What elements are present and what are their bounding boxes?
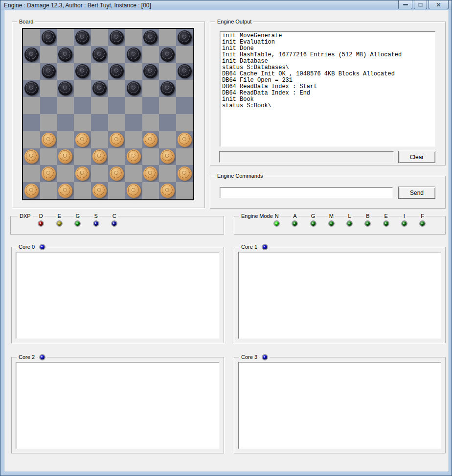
board-square[interactable] (40, 46, 57, 63)
board-square[interactable] (142, 114, 159, 131)
core-0-output[interactable] (16, 252, 220, 339)
board-square[interactable] (91, 80, 108, 97)
minimize-button[interactable] (398, 0, 412, 9)
white-piece[interactable] (92, 184, 107, 198)
board-square[interactable] (74, 148, 91, 166)
white-piece[interactable] (143, 133, 158, 147)
board-square[interactable] (91, 46, 108, 63)
board-square[interactable] (108, 46, 125, 63)
command-input[interactable] (220, 187, 393, 198)
board-square[interactable] (40, 131, 57, 148)
board-square[interactable] (40, 114, 57, 131)
white-piece[interactable] (127, 149, 141, 164)
board[interactable] (22, 28, 194, 200)
board-square[interactable] (159, 80, 176, 97)
board-square[interactable] (74, 131, 91, 148)
board-square[interactable] (125, 46, 142, 63)
board-square[interactable] (176, 148, 193, 166)
board-square[interactable] (57, 80, 74, 97)
board-square[interactable] (40, 63, 57, 80)
board-square[interactable] (23, 46, 40, 63)
board-square[interactable] (142, 80, 159, 97)
clear-button[interactable]: Clear (398, 151, 435, 163)
board-square[interactable] (108, 131, 125, 148)
board-square[interactable] (74, 29, 91, 46)
close-button[interactable]: ✕ (429, 0, 449, 9)
board-square[interactable] (142, 131, 159, 148)
board-square[interactable] (57, 182, 74, 199)
black-piece[interactable] (42, 64, 56, 78)
board-square[interactable] (125, 29, 142, 46)
black-piece[interactable] (160, 48, 175, 62)
board-square[interactable] (142, 97, 159, 114)
board-square[interactable] (125, 131, 142, 148)
board-square[interactable] (74, 97, 91, 114)
board-square[interactable] (125, 97, 142, 114)
board-square[interactable] (74, 63, 91, 80)
board-square[interactable] (23, 182, 40, 199)
board-square[interactable] (159, 182, 176, 199)
black-piece[interactable] (143, 30, 158, 45)
board-square[interactable] (74, 114, 91, 131)
board-square[interactable] (176, 131, 193, 148)
core-3-output[interactable] (238, 362, 441, 449)
board-square[interactable] (91, 114, 108, 131)
board-square[interactable] (176, 114, 193, 131)
board-square[interactable] (108, 148, 125, 166)
white-piece[interactable] (160, 149, 175, 164)
black-piece[interactable] (110, 64, 124, 78)
board-square[interactable] (159, 114, 176, 131)
board-square[interactable] (142, 63, 159, 80)
black-piece[interactable] (143, 64, 158, 78)
board-square[interactable] (125, 148, 142, 166)
board-square[interactable] (176, 29, 193, 46)
white-piece[interactable] (24, 184, 39, 198)
white-piece[interactable] (110, 133, 124, 147)
black-piece[interactable] (24, 48, 39, 62)
core-2-output[interactable] (16, 362, 220, 449)
board-square[interactable] (108, 29, 125, 46)
board-square[interactable] (142, 165, 159, 182)
board-square[interactable] (40, 148, 57, 166)
board-square[interactable] (57, 29, 74, 46)
board-square[interactable] (108, 182, 125, 199)
board-square[interactable] (176, 97, 193, 114)
board-square[interactable] (40, 165, 57, 182)
send-button[interactable]: Send (398, 187, 435, 199)
board-square[interactable] (176, 46, 193, 63)
white-piece[interactable] (58, 184, 72, 198)
maximize-button[interactable] (414, 0, 427, 9)
board-square[interactable] (23, 80, 40, 97)
white-piece[interactable] (92, 149, 107, 164)
board-square[interactable] (57, 165, 74, 182)
white-piece[interactable] (127, 184, 141, 198)
board-square[interactable] (159, 131, 176, 148)
core-1-output[interactable] (238, 252, 441, 339)
board-square[interactable] (23, 29, 40, 46)
black-piece[interactable] (178, 30, 192, 45)
board-square[interactable] (91, 182, 108, 199)
white-piece[interactable] (143, 167, 158, 181)
black-piece[interactable] (75, 64, 90, 78)
board-square[interactable] (176, 182, 193, 199)
board-square[interactable] (74, 182, 91, 199)
board-square[interactable] (23, 165, 40, 182)
board-square[interactable] (91, 29, 108, 46)
board-square[interactable] (91, 165, 108, 182)
board-square[interactable] (91, 97, 108, 114)
board-square[interactable] (125, 63, 142, 80)
white-piece[interactable] (110, 167, 124, 181)
board-square[interactable] (159, 97, 176, 114)
board-square[interactable] (142, 182, 159, 199)
board-square[interactable] (57, 114, 74, 131)
board-square[interactable] (159, 165, 176, 182)
board-square[interactable] (108, 165, 125, 182)
white-piece[interactable] (42, 167, 56, 181)
board-square[interactable] (125, 165, 142, 182)
board-square[interactable] (74, 46, 91, 63)
board-square[interactable] (57, 46, 74, 63)
board-square[interactable] (125, 182, 142, 199)
black-piece[interactable] (92, 81, 107, 95)
white-piece[interactable] (58, 149, 72, 164)
black-piece[interactable] (110, 30, 124, 45)
